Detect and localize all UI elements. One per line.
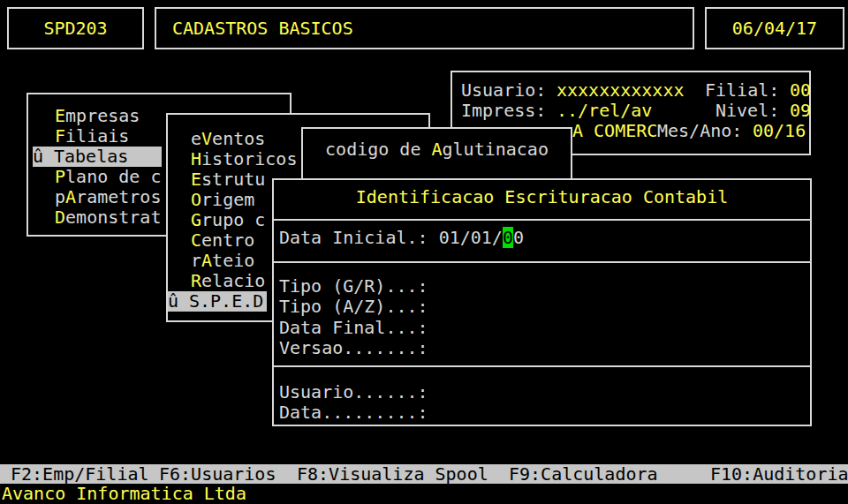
current-date: 06/04/17	[732, 18, 817, 39]
field-usuario: Usuario......:	[279, 382, 428, 402]
field-data: Data.........:	[279, 402, 428, 423]
session-mesano-value: 00/16	[753, 121, 806, 141]
menu-item-estrutura[interactable]: Estrutu	[170, 169, 265, 190]
dialog-title: Identificacao Escrituracao Contabil	[274, 187, 810, 207]
program-code-box: SPD203	[7, 7, 144, 49]
dialog-divider	[274, 365, 810, 367]
menu-item-rateio[interactable]: rAteio	[170, 251, 254, 271]
program-code: SPD203	[43, 18, 107, 39]
submenu-aglutinacao-window: codigo de Aglutinacao	[301, 127, 572, 184]
field-tipo-az[interactable]: Tipo (A/Z)...:	[279, 297, 428, 317]
field-tipo-gr[interactable]: Tipo (G/R)...:	[279, 276, 428, 297]
selected-marker-icon: û	[168, 291, 189, 312]
menu-item-sped-selected[interactable]: ûS.P.E.D	[168, 291, 267, 312]
fkey-f9-calculadora[interactable]: F9:Calculadora	[509, 464, 658, 484]
dialog-divider	[274, 219, 810, 221]
menu-item-tabelas-selected[interactable]: ûTabelas	[33, 147, 162, 167]
dialog-divider	[274, 261, 810, 263]
menu-item-filiais[interactable]: Filiais	[34, 126, 129, 147]
field-data-final[interactable]: Data Final...:	[279, 318, 428, 338]
session-impress-label: Impress:	[461, 101, 556, 121]
text-cursor[interactable]: 0	[503, 227, 513, 248]
menu-item-demonstrativos[interactable]: Demonstrat	[34, 207, 161, 228]
menu-item-relaciona[interactable]: Relacio	[170, 271, 265, 291]
selected-marker-icon: û	[33, 147, 54, 167]
module-title: CADASTROS BASICOS	[172, 18, 353, 39]
dialog-escrituracao-window: Identificacao Escrituracao Contabil Data…	[272, 178, 812, 426]
session-nivel-label: Nivel:	[716, 101, 790, 121]
session-nivel-value: 09	[790, 101, 811, 121]
menu-item-parametros[interactable]: pArametros	[34, 187, 161, 207]
function-key-bar: F2:Emp/Filial F6:Usuarios F8:Visualiza S…	[0, 464, 848, 484]
menu-item-origem[interactable]: Origem	[170, 190, 254, 210]
menu-item-empresas[interactable]: Empresas	[34, 106, 140, 126]
terminal-screen: SPD203 CADASTROS BASICOS 06/04/17 Empres…	[0, 0, 848, 504]
menu-item-grupo[interactable]: Grupo c	[170, 210, 265, 230]
session-usuario-value: xxxxxxxxxxxx	[556, 80, 685, 101]
session-company-name: A COMERC	[572, 121, 657, 141]
fkey-f6-usuarios[interactable]: F6:Usuarios	[159, 464, 276, 484]
fkey-f8-visualiza-spool[interactable]: F8:Visualiza Spool	[297, 464, 488, 484]
module-title-box: CADASTROS BASICOS	[155, 7, 694, 49]
session-filial-value: 00	[790, 80, 811, 101]
fkey-f10-auditoria[interactable]: F10:Auditoria	[710, 464, 848, 484]
session-impress-value: ../rel/av	[556, 101, 652, 121]
field-data-inicial-label: Data Inicial.:	[279, 227, 428, 248]
session-usuario-label: Usuario:	[461, 80, 556, 101]
field-versao[interactable]: Versao.......:	[279, 338, 428, 358]
menu-item-historicos[interactable]: Historicos	[170, 149, 297, 169]
session-mesano-label: Mes/Ano:	[657, 121, 753, 141]
menu-item-centro[interactable]: Centro	[170, 230, 254, 251]
field-data-inicial[interactable]: Data Inicial.: 01/01/00	[279, 228, 524, 248]
submenu-item-codigo-aglutinacao[interactable]: codigo de Aglutinacao	[303, 139, 571, 160]
field-data-inicial-value[interactable]: 01/01/	[439, 227, 503, 248]
vendor-name: Avanco Informatica Ltda	[2, 484, 246, 504]
menu-item-eventos[interactable]: eVentos	[170, 129, 265, 149]
date-box: 06/04/17	[705, 7, 844, 49]
menu-item-plano-de-contas[interactable]: Plano de c	[34, 167, 161, 187]
session-filial-label: Filial:	[705, 80, 790, 101]
fkey-f2-emp-filial[interactable]: F2:Emp/Filial	[11, 464, 149, 484]
